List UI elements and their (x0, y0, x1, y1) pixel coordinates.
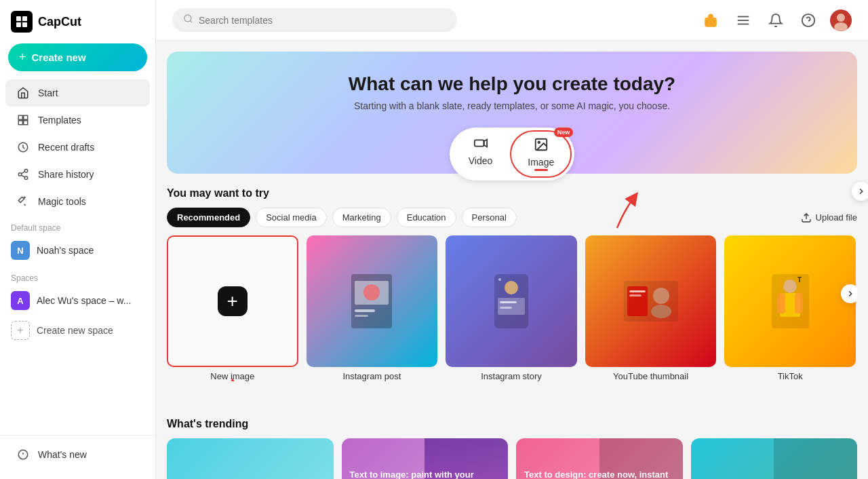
magic-icon (16, 195, 30, 208)
alec-space-name: Alec Wu's space – w... (37, 295, 131, 306)
svg-point-11 (24, 176, 28, 180)
create-new-button[interactable]: + Create new (8, 43, 147, 71)
svg-rect-1 (22, 16, 27, 21)
svg-rect-48 (629, 290, 646, 292)
svg-rect-5 (24, 115, 28, 119)
trending-card-batch-edit[interactable]: Batch edit: your perfect time saver (167, 438, 334, 479)
tab-video[interactable]: Video (452, 130, 509, 178)
gift-icon[interactable] (700, 9, 722, 31)
tab-video-label: Video (469, 155, 493, 166)
filter-row: Recommended Social media Marketing Educa… (167, 208, 857, 227)
search-bar[interactable] (172, 8, 457, 32)
create-space-label: Create new space (37, 325, 113, 336)
upload-label: Upload file (816, 212, 857, 223)
svg-point-9 (24, 170, 28, 173)
trending-card-text-to-design[interactable]: Text to design: create now, instant WOW (516, 438, 683, 479)
home-icon (16, 86, 30, 100)
tab-image[interactable]: New Image (510, 130, 572, 178)
tab-container: Video New Image (450, 128, 574, 180)
nav-item-recent-drafts[interactable]: Recent drafts (5, 134, 150, 161)
nav-item-share-history[interactable]: Share history (5, 161, 150, 188)
capcut-logo-svg (15, 15, 28, 28)
tab-underline (534, 169, 548, 171)
user-avatar[interactable] (830, 9, 852, 31)
sidebar: CapCut + Create new Start Templates Rece… (0, 0, 156, 479)
logo: CapCut (0, 11, 155, 43)
instagram-post-card-inner (307, 235, 438, 367)
nav-whats-new[interactable]: What's new (5, 441, 150, 468)
template-card-instagram-post[interactable]: Instagram post (307, 235, 438, 381)
instagram-story-card-inner (446, 235, 577, 367)
nav-item-templates[interactable]: Templates (5, 107, 150, 134)
main-content: What can we help you create today? Start… (156, 0, 868, 479)
svg-rect-3 (22, 22, 27, 27)
filter-recommended[interactable]: Recommended (167, 208, 250, 227)
plus-icon: + (19, 50, 26, 64)
content-area: You may want to try Recommended Social m… (156, 185, 868, 479)
svg-rect-42 (500, 307, 512, 309)
create-space-icon: + (11, 321, 30, 340)
svg-rect-4 (18, 115, 22, 119)
filter-marketing[interactable]: Marketing (332, 208, 391, 227)
trending-card-background-magic[interactable]: Background magic for products (691, 438, 858, 479)
svg-point-45 (653, 288, 669, 304)
tab-image-badge: New (554, 128, 574, 137)
space-noah[interactable]: N Noah's space (0, 235, 155, 265)
svg-rect-37 (355, 315, 368, 317)
filter-education[interactable]: Education (397, 208, 456, 227)
annotation-arrow-new-image (212, 378, 253, 381)
bell-icon[interactable] (765, 9, 787, 31)
filter-social-media[interactable]: Social media (256, 208, 326, 227)
search-input[interactable] (199, 15, 446, 26)
template-card-youtube[interactable]: YouTube thumbnail (585, 235, 717, 381)
trending-next-arrow[interactable] (852, 182, 868, 201)
template-card-instagram-story[interactable]: Instagram story (446, 235, 577, 381)
svg-rect-36 (355, 309, 375, 312)
instagram-post-preview (307, 235, 438, 367)
tiktok-label: TikTok (724, 371, 856, 381)
share-icon (16, 168, 30, 181)
clock-icon (16, 140, 30, 154)
spacer (167, 381, 857, 415)
youtube-card-inner (585, 235, 717, 367)
template-card-new-image[interactable]: + New image (167, 235, 298, 381)
default-space-label: Default space (0, 215, 155, 235)
svg-rect-2 (16, 22, 21, 27)
nav-item-magic-tools[interactable]: Magic tools (5, 188, 150, 215)
svg-point-35 (363, 284, 380, 301)
nav-item-start[interactable]: Start (5, 79, 150, 107)
svg-point-17 (184, 15, 191, 22)
create-new-label: Create new (32, 52, 86, 63)
noah-space-name: Noah's space (37, 245, 94, 256)
trending-card-text-to-design-text: Text to design: create now, instant WOW (524, 470, 675, 479)
sidebar-bottom: What's new (0, 435, 155, 468)
trending-title: What's trending (167, 418, 857, 430)
tiktok-preview: T (724, 235, 856, 367)
new-image-plus-icon: + (218, 286, 248, 316)
svg-line-12 (21, 175, 24, 177)
upload-file-button[interactable]: Upload file (801, 212, 857, 223)
svg-rect-6 (18, 121, 22, 125)
youtube-preview (585, 235, 717, 367)
logo-icon (11, 11, 33, 33)
nav-whats-new-label: What's new (38, 449, 87, 460)
svg-rect-54 (795, 293, 803, 313)
svg-rect-40 (498, 298, 525, 315)
filter-personal[interactable]: Personal (462, 208, 517, 227)
menu-icon[interactable] (732, 9, 754, 31)
video-tab-icon (473, 136, 488, 154)
trending-card-text-to-image[interactable]: Text to image: paint with your words (342, 438, 509, 479)
nav-share-label: Share history (38, 169, 94, 180)
header (156, 0, 868, 41)
next-arrow-button[interactable] (841, 284, 857, 303)
template-card-tiktok[interactable]: T TikTok (724, 235, 856, 381)
svg-point-10 (18, 173, 22, 176)
nav-recent-label: Recent drafts (38, 142, 94, 153)
help-icon[interactable] (797, 9, 819, 31)
svg-point-43 (498, 278, 501, 281)
svg-point-31 (538, 141, 540, 143)
space-alec[interactable]: A Alec Wu's space – w... (0, 286, 155, 315)
upload-icon (801, 212, 812, 223)
create-space-button[interactable]: + Create new space (0, 315, 155, 345)
spaces-label: Spaces (0, 265, 155, 286)
